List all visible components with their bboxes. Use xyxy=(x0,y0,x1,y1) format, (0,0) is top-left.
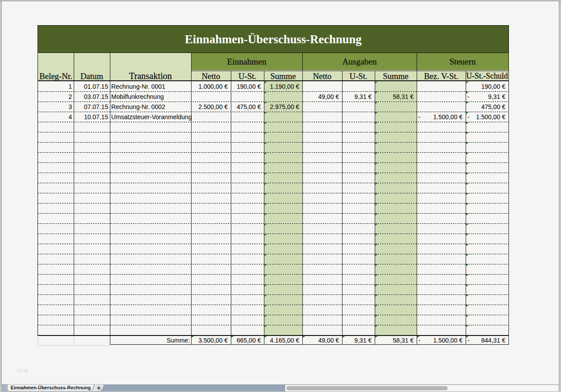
svg-text:Einnahmen-Überschuss-Rechnung: Einnahmen-Überschuss-Rechnung xyxy=(11,385,91,390)
